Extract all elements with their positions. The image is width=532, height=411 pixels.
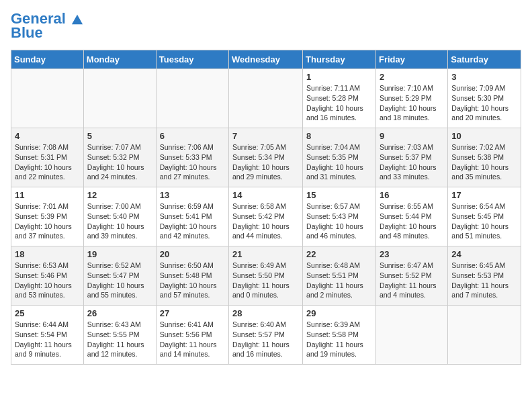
day-info: Sunrise: 7:05 AM Sunset: 5:34 PM Dayligh… (232, 142, 299, 182)
calendar-cell: 10Sunrise: 7:02 AM Sunset: 5:38 PM Dayli… (448, 128, 521, 187)
calendar-cell: 16Sunrise: 6:55 AM Sunset: 5:44 PM Dayli… (375, 187, 447, 246)
day-info: Sunrise: 7:02 AM Sunset: 5:38 PM Dayligh… (451, 142, 517, 182)
calendar-cell: 2Sunrise: 7:10 AM Sunset: 5:29 PM Daylig… (375, 69, 447, 128)
day-number: 4 (15, 131, 80, 141)
day-info: Sunrise: 6:43 AM Sunset: 5:55 PM Dayligh… (87, 320, 152, 359)
day-info: Sunrise: 7:10 AM Sunset: 5:29 PM Dayligh… (380, 83, 444, 123)
header-day-thursday: Thursday (303, 50, 376, 69)
day-info: Sunrise: 6:41 AM Sunset: 5:56 PM Dayligh… (160, 320, 225, 359)
day-number: 9 (380, 131, 444, 141)
calendar-cell: 12Sunrise: 7:00 AM Sunset: 5:40 PM Dayli… (83, 187, 156, 246)
day-number: 27 (160, 308, 225, 318)
day-number: 7 (232, 131, 299, 141)
day-number: 20 (160, 249, 225, 259)
calendar-cell: 29Sunrise: 6:39 AM Sunset: 5:58 PM Dayli… (303, 306, 376, 365)
calendar-cell: 5Sunrise: 7:07 AM Sunset: 5:32 PM Daylig… (83, 128, 156, 187)
logo: General Blue (11, 11, 83, 42)
day-number: 6 (160, 131, 225, 141)
day-info: Sunrise: 6:44 AM Sunset: 5:54 PM Dayligh… (15, 320, 80, 359)
header-day-friday: Friday (375, 50, 447, 69)
header-day-tuesday: Tuesday (156, 50, 228, 69)
header-day-saturday: Saturday (448, 50, 521, 69)
calendar-cell: 25Sunrise: 6:44 AM Sunset: 5:54 PM Dayli… (11, 306, 84, 365)
day-info: Sunrise: 6:39 AM Sunset: 5:58 PM Dayligh… (306, 320, 372, 359)
calendar-cell: 21Sunrise: 6:49 AM Sunset: 5:50 PM Dayli… (229, 246, 303, 306)
day-number: 25 (15, 308, 80, 318)
day-info: Sunrise: 6:57 AM Sunset: 5:43 PM Dayligh… (306, 201, 372, 241)
day-number: 13 (160, 190, 225, 200)
day-info: Sunrise: 6:40 AM Sunset: 5:57 PM Dayligh… (232, 320, 299, 359)
calendar-cell: 9Sunrise: 7:03 AM Sunset: 5:37 PM Daylig… (375, 128, 447, 187)
day-info: Sunrise: 7:09 AM Sunset: 5:30 PM Dayligh… (451, 83, 517, 123)
calendar-cell: 27Sunrise: 6:41 AM Sunset: 5:56 PM Dayli… (156, 306, 228, 365)
day-info: Sunrise: 6:47 AM Sunset: 5:52 PM Dayligh… (380, 261, 444, 300)
calendar-cell: 19Sunrise: 6:52 AM Sunset: 5:47 PM Dayli… (83, 246, 156, 306)
day-number: 17 (451, 190, 517, 200)
calendar-cell: 17Sunrise: 6:54 AM Sunset: 5:45 PM Dayli… (448, 187, 521, 246)
calendar-cell (83, 69, 156, 128)
day-number: 14 (232, 190, 299, 200)
calendar-cell: 18Sunrise: 6:53 AM Sunset: 5:46 PM Dayli… (11, 246, 84, 306)
calendar-cell (229, 69, 303, 128)
day-info: Sunrise: 7:08 AM Sunset: 5:31 PM Dayligh… (15, 142, 80, 182)
day-info: Sunrise: 6:45 AM Sunset: 5:53 PM Dayligh… (451, 261, 517, 300)
calendar-cell: 11Sunrise: 7:01 AM Sunset: 5:39 PM Dayli… (11, 187, 84, 246)
day-info: Sunrise: 7:11 AM Sunset: 5:28 PM Dayligh… (306, 83, 372, 123)
day-info: Sunrise: 6:49 AM Sunset: 5:50 PM Dayligh… (232, 261, 299, 300)
calendar-cell: 26Sunrise: 6:43 AM Sunset: 5:55 PM Dayli… (83, 306, 156, 365)
day-number: 8 (306, 131, 372, 141)
calendar-cell: 20Sunrise: 6:50 AM Sunset: 5:48 PM Dayli… (156, 246, 228, 306)
day-number: 1 (306, 72, 372, 82)
day-info: Sunrise: 6:58 AM Sunset: 5:42 PM Dayligh… (232, 201, 299, 241)
day-number: 16 (380, 190, 444, 200)
calendar-table: SundayMondayTuesdayWednesdayThursdayFrid… (11, 50, 521, 365)
day-number: 22 (306, 249, 372, 259)
day-info: Sunrise: 6:52 AM Sunset: 5:47 PM Dayligh… (87, 261, 152, 300)
header-day-sunday: Sunday (11, 50, 84, 69)
calendar-cell: 15Sunrise: 6:57 AM Sunset: 5:43 PM Dayli… (303, 187, 376, 246)
day-number: 26 (87, 308, 152, 318)
calendar-week-row: 1Sunrise: 7:11 AM Sunset: 5:28 PM Daylig… (11, 69, 521, 128)
day-number: 15 (306, 190, 372, 200)
calendar-cell: 4Sunrise: 7:08 AM Sunset: 5:31 PM Daylig… (11, 128, 84, 187)
day-number: 28 (232, 308, 299, 318)
calendar-body: 1Sunrise: 7:11 AM Sunset: 5:28 PM Daylig… (11, 69, 521, 365)
day-number: 3 (451, 72, 517, 82)
calendar-week-row: 4Sunrise: 7:08 AM Sunset: 5:31 PM Daylig… (11, 128, 521, 187)
header-day-wednesday: Wednesday (229, 50, 303, 69)
day-info: Sunrise: 6:54 AM Sunset: 5:45 PM Dayligh… (451, 201, 517, 241)
calendar-cell: 7Sunrise: 7:05 AM Sunset: 5:34 PM Daylig… (229, 128, 303, 187)
calendar-cell: 23Sunrise: 6:47 AM Sunset: 5:52 PM Dayli… (375, 246, 447, 306)
day-number: 19 (87, 249, 152, 259)
calendar-cell (448, 306, 521, 365)
page-header: General Blue (11, 11, 521, 42)
calendar-week-row: 18Sunrise: 6:53 AM Sunset: 5:46 PM Dayli… (11, 246, 521, 306)
calendar-cell: 1Sunrise: 7:11 AM Sunset: 5:28 PM Daylig… (303, 69, 376, 128)
header-day-monday: Monday (83, 50, 156, 69)
day-number: 24 (451, 249, 517, 259)
day-info: Sunrise: 7:00 AM Sunset: 5:40 PM Dayligh… (87, 201, 152, 241)
day-number: 12 (87, 190, 152, 200)
calendar-header-row: SundayMondayTuesdayWednesdayThursdayFrid… (11, 50, 521, 69)
day-info: Sunrise: 7:07 AM Sunset: 5:32 PM Dayligh… (87, 142, 152, 182)
calendar-cell (375, 306, 447, 365)
calendar-cell: 3Sunrise: 7:09 AM Sunset: 5:30 PM Daylig… (448, 69, 521, 128)
day-number: 10 (451, 131, 517, 141)
day-info: Sunrise: 6:55 AM Sunset: 5:44 PM Dayligh… (380, 201, 444, 241)
day-info: Sunrise: 7:01 AM Sunset: 5:39 PM Dayligh… (15, 201, 80, 241)
calendar-cell: 8Sunrise: 7:04 AM Sunset: 5:35 PM Daylig… (303, 128, 376, 187)
day-number: 23 (380, 249, 444, 259)
day-number: 18 (15, 249, 80, 259)
calendar-week-row: 25Sunrise: 6:44 AM Sunset: 5:54 PM Dayli… (11, 306, 521, 365)
day-number: 11 (15, 190, 80, 200)
day-info: Sunrise: 7:03 AM Sunset: 5:37 PM Dayligh… (380, 142, 444, 182)
day-info: Sunrise: 7:06 AM Sunset: 5:33 PM Dayligh… (160, 142, 225, 182)
day-number: 2 (380, 72, 444, 82)
calendar-week-row: 11Sunrise: 7:01 AM Sunset: 5:39 PM Dayli… (11, 187, 521, 246)
day-number: 5 (87, 131, 152, 141)
day-info: Sunrise: 6:50 AM Sunset: 5:48 PM Dayligh… (160, 261, 225, 300)
calendar-cell: 24Sunrise: 6:45 AM Sunset: 5:53 PM Dayli… (448, 246, 521, 306)
calendar-cell: 6Sunrise: 7:06 AM Sunset: 5:33 PM Daylig… (156, 128, 228, 187)
svg-marker-0 (72, 15, 83, 24)
day-info: Sunrise: 6:59 AM Sunset: 5:41 PM Dayligh… (160, 201, 225, 241)
